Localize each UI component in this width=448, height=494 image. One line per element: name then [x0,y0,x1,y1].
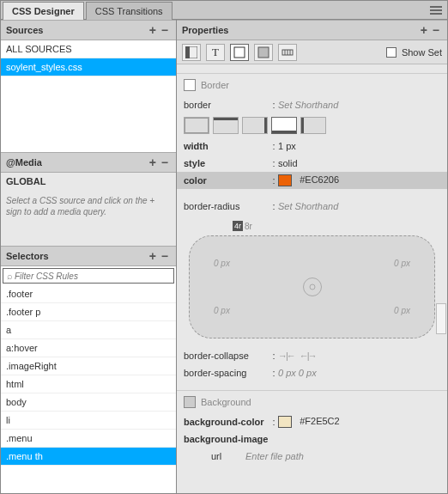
svg-rect-2 [430,13,442,15]
sources-remove-button[interactable]: − [159,23,171,37]
border-style-label: style [184,158,269,168]
border-top-icon[interactable] [213,117,239,134]
radius-bl[interactable]: 0 px [214,306,230,315]
radius-chip-val: 8r [245,222,252,231]
border-radius-diagram[interactable]: 4r 8r 0 px 0 px 0 px 0 px [189,235,435,338]
border-category-icon[interactable] [230,44,249,61]
more-category-icon[interactable] [278,44,297,61]
border-color-hex: #EC6206 [300,174,339,185]
source-file-item[interactable]: soylent_styles.css [1,58,176,76]
svg-rect-4 [185,46,190,58]
properties-remove-button[interactable]: − [430,23,442,37]
bgcolor-swatch[interactable] [278,416,292,428]
border-collapse-value[interactable]: →|← ←|→ [278,351,440,361]
selectors-header: Selectors + − [1,246,176,266]
border-shorthand-value[interactable]: Set Shorthand [278,100,440,110]
media-header: @Media + − [1,152,176,173]
radius-chip[interactable]: 4r [233,221,243,231]
media-remove-button[interactable]: − [159,156,171,169]
selector-filter-input[interactable] [15,271,172,281]
border-width-value[interactable]: 1 px [278,141,440,151]
show-set-label: Show Set [402,47,442,58]
selector-item[interactable]: li [1,412,176,430]
border-color-swatch[interactable] [278,174,292,186]
media-global-item[interactable]: GLOBAL [1,173,176,190]
layout-category-icon[interactable] [182,44,201,61]
selector-item[interactable]: .imageRight [1,357,176,375]
text-category-icon[interactable]: T [206,44,225,61]
selector-item[interactable]: .footer p [1,303,176,321]
collapse-separate-icon[interactable]: ←|→ [300,351,316,361]
selectors-add-button[interactable]: + [147,249,159,263]
properties-title: Properties [182,25,228,35]
collapse-collapse-icon[interactable]: →|← [278,351,294,361]
border-label: border [184,100,269,110]
background-category-icon[interactable] [254,44,273,61]
sources-add-button[interactable]: + [147,23,159,37]
selector-filter[interactable]: ⌕ [3,268,174,284]
search-icon: ⌕ [7,271,13,281]
border-group-icon [184,79,196,91]
border-color-value[interactable]: #EC6206 [278,174,440,186]
svg-rect-5 [234,47,245,58]
svg-rect-6 [258,47,269,58]
svg-rect-0 [430,6,442,8]
selectors-remove-button[interactable]: − [159,249,171,263]
selector-item[interactable]: html [1,375,176,393]
background-group-label: Background [201,397,251,407]
border-collapse-label: border-collapse [184,351,269,361]
bgcolor-label: background-color [184,417,269,427]
selector-item[interactable]: .menu [1,430,176,448]
properties-add-button[interactable]: + [418,23,430,37]
bgcolor-value[interactable]: #F2E5C2 [278,416,440,428]
background-group-title: Background [177,391,447,413]
border-radius-label: border-radius [184,201,269,211]
radius-tr[interactable]: 0 px [394,259,410,268]
border-width-label: width [184,141,269,151]
selector-item[interactable]: a:hover [1,339,176,357]
border-all-icon[interactable] [184,117,209,134]
radius-tl[interactable]: 0 px [214,259,230,268]
border-group-title: Border [177,74,447,96]
tab-css-designer[interactable]: CSS Designer [3,2,84,20]
selector-item[interactable]: .menu th [1,448,176,466]
url-label: url [211,451,245,461]
bgimage-label: background-image [184,434,269,444]
sources-header: Sources + − [1,20,176,40]
border-left-icon[interactable] [300,117,326,134]
scrollbar-thumb[interactable] [436,303,446,334]
border-bottom-icon[interactable] [271,117,297,134]
border-group-label: Border [201,80,229,90]
border-color-label: color [184,175,269,186]
tab-css-transitions[interactable]: CSS Transitions [86,2,173,20]
border-radius-shorthand[interactable]: Set Shorthand [278,201,440,211]
link-icon[interactable] [303,277,322,296]
media-add-button[interactable]: + [147,156,159,169]
selector-item[interactable]: body [1,393,176,412]
border-right-icon[interactable] [242,117,268,134]
border-spacing-label: border-spacing [184,368,269,378]
border-spacing-value[interactable]: 0 px 0 px [278,368,440,378]
panel-menu-icon[interactable] [425,5,447,15]
selector-item[interactable]: .footer [1,285,176,303]
show-set-checkbox[interactable] [386,47,397,58]
sources-title: Sources [6,25,43,35]
media-note: Select a CSS source and click on the + s… [1,190,176,223]
selector-item[interactable]: a [1,321,176,339]
background-group-icon [184,396,196,408]
media-title: @Media [6,157,42,168]
url-value[interactable]: Enter file path [245,451,440,461]
radius-br[interactable]: 0 px [394,306,410,315]
properties-header: Properties + − [177,20,447,40]
bgcolor-hex: #F2E5C2 [300,416,339,426]
svg-rect-1 [430,9,442,11]
border-style-value[interactable]: solid [278,158,440,168]
selectors-title: Selectors [6,251,49,261]
all-sources-item[interactable]: ALL SOURCES [1,40,176,58]
